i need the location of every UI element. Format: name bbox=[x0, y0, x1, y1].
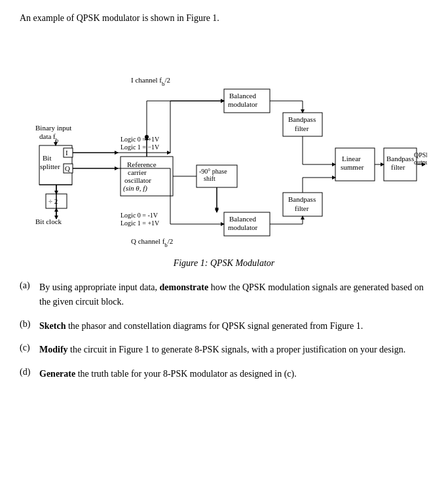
svg-text:filter: filter bbox=[391, 163, 405, 171]
svg-text:filter: filter bbox=[295, 204, 309, 212]
svg-text:I channel fb/2: I channel fb/2 bbox=[131, 76, 170, 87]
figure-caption: Figure 1: QPSK Modulator bbox=[20, 258, 428, 269]
question-b: (b) Sketch the phasor and constellation … bbox=[20, 319, 428, 333]
svg-text:Q channel fb/2: Q channel fb/2 bbox=[131, 237, 173, 248]
question-a: (a) By using appropriate input data, dem… bbox=[20, 280, 428, 310]
svg-text:Logic 0 = +1V: Logic 0 = +1V bbox=[121, 136, 160, 143]
diagram-svg: .dt { font-family: "Times New Roman", Ti… bbox=[21, 35, 427, 252]
svg-text:splitter: splitter bbox=[40, 162, 60, 170]
question-a-text: By using appropriate input data, demonst… bbox=[39, 280, 428, 310]
svg-text:Bit: Bit bbox=[43, 154, 51, 162]
svg-text:Q: Q bbox=[65, 164, 70, 172]
svg-point-80 bbox=[145, 135, 149, 139]
svg-text:Linear: Linear bbox=[342, 155, 361, 162]
svg-text:Bandpass: Bandpass bbox=[386, 155, 414, 162]
svg-text:Bandpass: Bandpass bbox=[288, 195, 316, 203]
svg-text:Balanced: Balanced bbox=[229, 215, 256, 223]
svg-text:Reference: Reference bbox=[127, 161, 157, 168]
svg-text:Bit clock: Bit clock bbox=[35, 218, 62, 225]
svg-text:(sin θ, f): (sin θ, f) bbox=[123, 184, 147, 193]
svg-text:QPSK: QPSK bbox=[414, 151, 427, 159]
question-a-label: (a) bbox=[20, 280, 39, 291]
svg-text:I: I bbox=[65, 149, 68, 157]
svg-text:filter: filter bbox=[295, 124, 309, 132]
question-d-text: Generate the truth table for your 8-PSK … bbox=[39, 367, 428, 381]
svg-text:Logic 0 = -1V: Logic 0 = -1V bbox=[121, 212, 159, 219]
svg-text:output: output bbox=[414, 159, 427, 166]
svg-text:Logic 1 = −1V: Logic 1 = −1V bbox=[121, 143, 160, 151]
question-b-text: Sketch the phasor and constellation diag… bbox=[39, 319, 428, 333]
svg-text:-90° phase: -90° phase bbox=[199, 168, 227, 175]
svg-text:Balanced: Balanced bbox=[229, 92, 256, 100]
svg-text:oscillator: oscillator bbox=[124, 176, 151, 184]
question-d: (d) Generate the truth table for your 8-… bbox=[20, 367, 428, 381]
svg-text:Binary input: Binary input bbox=[35, 124, 71, 132]
question-c-text: Modify the circuit in Figure 1 to genera… bbox=[39, 343, 428, 357]
questions-section: (a) By using appropriate input data, dem… bbox=[20, 280, 428, 381]
svg-text:modulator: modulator bbox=[228, 100, 258, 108]
svg-text:Logic 1 = +1V: Logic 1 = +1V bbox=[121, 219, 160, 227]
svg-text:Bandpass: Bandpass bbox=[288, 115, 316, 123]
intro-text: An example of QPSK modulator is shown in… bbox=[20, 13, 428, 24]
question-c: (c) Modify the circuit in Figure 1 to ge… bbox=[20, 343, 428, 357]
svg-text:carrier: carrier bbox=[128, 168, 147, 176]
question-d-label: (d) bbox=[20, 367, 39, 377]
diagram-container: .dt { font-family: "Times New Roman", Ti… bbox=[20, 35, 428, 252]
question-b-label: (b) bbox=[20, 319, 39, 330]
svg-text:modulator: modulator bbox=[228, 223, 258, 231]
svg-text:shift: shift bbox=[204, 175, 215, 182]
svg-text:summer: summer bbox=[341, 163, 364, 171]
question-c-label: (c) bbox=[20, 343, 39, 353]
